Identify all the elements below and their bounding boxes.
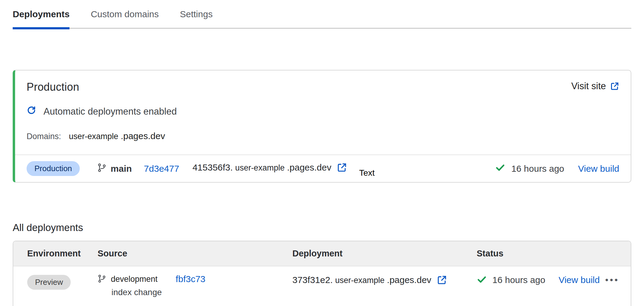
environment-badge-production: Production [27,161,80,176]
deployment-url-prefix: 415356f3. [192,162,233,173]
external-link-icon [610,82,619,91]
tab-settings[interactable]: Settings [180,0,212,28]
row-menu-ellipsis-icon[interactable]: ••• [605,275,619,285]
deployment-url-name: user-example [235,163,285,173]
column-header-status: Status [477,241,631,266]
branch-name: main [111,164,132,174]
production-deployment-row: Production main 7d3e477 415356f3. [15,155,631,182]
deployment-time: 16 hours ago [492,275,545,285]
external-link-icon[interactable] [437,275,447,287]
status-cell: 16 hours ago View build ••• [477,274,631,286]
commit-message: index change [111,288,292,297]
deployment-url-suffix: .pages.dev [387,275,431,285]
deployments-page: Deployments Custom domains Settings Prod… [0,0,644,306]
tab-bar: Deployments Custom domains Settings [13,0,631,29]
check-icon [477,274,487,286]
status-group: 16 hours ago View build [495,162,619,175]
refresh-icon [27,106,36,118]
table-header-row: Environment Source Deployment Status [13,241,631,266]
environment-badge-preview: Preview [27,275,71,290]
all-deployments-heading: All deployments [13,222,631,233]
domain-value: user-example .pages.dev [69,131,165,141]
column-header-environment: Environment [27,241,98,266]
auto-deploy-status: Automatic deployments enabled [43,106,177,117]
deployment-url: 373f31e2. user-example .pages.dev [292,274,477,287]
domain-suffix: .pages.dev [121,131,165,141]
deployment-time: 16 hours ago [511,164,564,174]
external-link-icon[interactable] [337,162,347,175]
check-icon [495,162,505,175]
deployments-table: Environment Source Deployment Status Pre… [13,241,631,306]
source-cell: development fbf3c73 index change [98,274,292,297]
branch-group: main [97,162,132,175]
domains-label: Domains: [27,132,61,141]
production-card-title: Production [27,81,79,93]
deployment-url-prefix: 373f31e2. [292,275,333,285]
git-branch-icon [98,274,106,285]
tab-deployments[interactable]: Deployments [13,0,69,28]
production-card: Production Visit site [13,70,631,183]
column-header-source: Source [98,241,292,266]
visit-site-link[interactable]: Visit site [571,81,619,92]
visit-site-label: Visit site [571,81,606,92]
commit-link[interactable]: fbf3c73 [176,274,205,284]
table-row: Preview development [13,266,631,306]
deployment-url-suffix: .pages.dev [287,162,331,173]
commit-link[interactable]: 7d3e477 [144,164,179,174]
text-annotation: Text [359,168,375,178]
view-build-link[interactable]: View build [559,275,600,285]
deployment-url-name: user-example [335,276,385,285]
tab-custom-domains[interactable]: Custom domains [91,0,159,28]
git-branch-icon [97,162,106,175]
view-build-link[interactable]: View build [578,164,619,174]
branch-name: development [111,275,158,284]
column-header-deployment: Deployment [292,241,477,266]
domain-name: user-example [69,132,118,141]
deployment-url: 415356f3. user-example .pages.dev [192,162,347,175]
